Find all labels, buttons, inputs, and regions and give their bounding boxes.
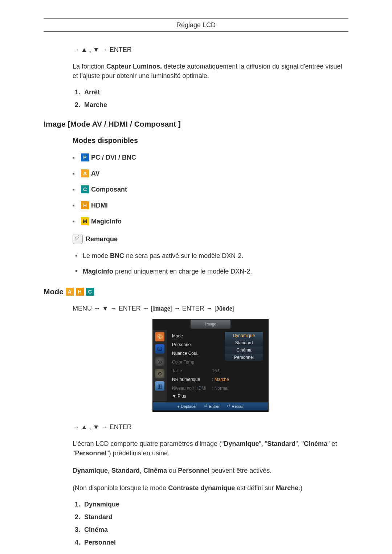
p3-post: .)	[298, 484, 302, 492]
footer-enter: ⏎ Entrer	[204, 404, 220, 409]
osd-sel-dynamique: Dynamique	[225, 332, 263, 339]
osd-panel: Image 🎨 🖵 ◎ ⚙ ▥ Mode Personnel Nuance Co…	[152, 319, 269, 412]
r2-b: MagicInfo	[83, 268, 113, 275]
footer-return: ↺ Retour	[227, 404, 244, 409]
p1-b1: Dynamique	[224, 440, 259, 447]
mp-s2: Mode	[216, 305, 232, 312]
r2-post: prend uniquement en charge le modèle DXN…	[113, 268, 252, 275]
remarque-row: Remarque	[73, 234, 348, 244]
osd-select-column: Dynamique Standard Cinéma Personnel	[225, 332, 263, 361]
osd-l-pers: Personnel	[172, 342, 212, 347]
section-image-title: Image [Mode AV / HDMI / Composant ]	[44, 120, 348, 128]
osd-body: 🎨 🖵 ◎ ⚙ ▥ Mode Personnel Nuance Coul. Co…	[152, 330, 269, 401]
p3-b2: Marche	[275, 484, 298, 492]
osd-footer: ♦ Déplacer ⏎ Entrer ↺ Retour	[153, 402, 268, 410]
osd-row-nr: NR numérique: Marche	[172, 376, 265, 383]
mode-magicinfo-label: MagicInfo	[91, 218, 122, 225]
section-mode-body: MENU → ▼ → ENTER → [Image] → ENTER → [Mo…	[73, 305, 348, 546]
osd-v-taille: 16:9	[212, 368, 220, 373]
monitor-icon: 🖵	[155, 344, 164, 354]
mp-p2: ] → ENTER → [	[170, 305, 216, 312]
mp-p3: ]	[232, 305, 234, 312]
section-mode-title: Mode	[44, 287, 64, 296]
p2-b4: Personnel	[178, 467, 209, 474]
osd-sel-cinema: Cinéma	[225, 346, 263, 354]
opt-marche: Marche	[82, 101, 348, 109]
p2-s3: ou	[167, 467, 178, 474]
osd-l-nuance: Nuance Coul.	[172, 351, 212, 356]
r1-b: BNC	[110, 252, 124, 259]
r1-pre: Le mode	[83, 252, 110, 259]
mode-pc-label: PC / DVI / BNC	[91, 154, 136, 161]
osd-title: Image	[191, 320, 230, 329]
page-header-title: Réglage LCD	[44, 21, 348, 29]
opt-personnel: Personnel	[82, 539, 348, 546]
p1-m1: ", "	[259, 440, 267, 447]
c-icon: C	[86, 288, 94, 296]
p2-b3: Cinéma	[143, 467, 167, 474]
header-rule	[44, 31, 348, 32]
opt-arret: Arrêt	[82, 89, 348, 96]
p3-b1: Contraste dynamique	[168, 484, 235, 492]
osd-sidebar: 🎨 🖵 ◎ ⚙ ▥	[152, 330, 167, 401]
osd-plus: ▼ Plus	[172, 394, 265, 399]
r1-post: ne sera pas activé sur le modèle DXN-2.	[124, 252, 243, 259]
footer-move-label: Déplacer	[181, 404, 197, 409]
opt-dynamique: Dynamique	[82, 501, 348, 508]
target-icon: ◎	[155, 357, 164, 366]
nav-sequence-2: → ▲ , ▼ → ENTER	[73, 423, 348, 431]
c-icon: C	[81, 185, 89, 193]
osd-wrap: Image 🎨 🖵 ◎ ⚙ ▥ Mode Personnel Nuance Co…	[73, 319, 348, 412]
opt-standard: Standard	[82, 513, 348, 521]
p3-pre: (Non disponible lorsque le mode	[73, 484, 168, 492]
h-icon: H	[81, 201, 89, 209]
gear-icon: ⚙	[155, 369, 164, 378]
osd-sel-standard: Standard	[225, 339, 263, 346]
bullet-icon	[73, 157, 74, 159]
opt-cinema: Cinéma	[82, 526, 348, 534]
osd-l-ct: Color Temp.	[172, 360, 212, 365]
p3-mid: est défini sur	[235, 484, 275, 492]
p2-s2: ,	[140, 467, 143, 474]
mode-hdmi-label: HDMI	[91, 202, 108, 209]
footer-return-label: Retour	[232, 404, 244, 409]
osd-v-nr: : Marche	[212, 377, 229, 382]
remarque-list: Le mode BNC ne sera pas activé sur le mo…	[73, 251, 348, 276]
osd-titlebar: Image	[152, 319, 269, 330]
mode-options: Dynamique Standard Cinéma Personnel	[73, 501, 348, 546]
capteur-paragraph: La fonction Capteur Luminos. détecte aut…	[73, 62, 348, 81]
capteur-bold: Capteur Luminos.	[106, 63, 162, 70]
m-icon: M	[81, 217, 89, 225]
remarque-label: Remarque	[86, 235, 118, 243]
bars-icon: ▥	[155, 381, 164, 391]
mode-comp: C Composant	[73, 185, 348, 193]
bullet-icon	[73, 221, 74, 222]
footer-move: ♦ Déplacer	[177, 404, 197, 409]
osd-l-nr: NR numérique	[172, 377, 212, 382]
mode-comp-label: Composant	[91, 186, 127, 193]
mode-av: A AV	[73, 169, 348, 177]
p2-s1: ,	[108, 467, 111, 474]
p2-b1: Dynamique	[73, 467, 108, 474]
mode-pc: P PC / DVI / BNC	[73, 153, 348, 161]
capteur-pre: La fonction	[73, 63, 106, 70]
modes-disponibles-title: Modes disponibles	[73, 136, 348, 145]
modes-list: P PC / DVI / BNC A AV C Composant H HDMI…	[73, 153, 348, 225]
mode-av-label: AV	[91, 170, 100, 177]
p1-b4: Personnel	[75, 450, 106, 457]
mp-s1: Image	[153, 305, 170, 312]
section-capteur: → ▲ , ▼ → ENTER La fonction Capteur Lumi…	[73, 46, 348, 109]
mp-p1: MENU → ▼ → ENTER → [	[73, 305, 153, 312]
page: Réglage LCD → ▲ , ▼ → ENTER La fonction …	[0, 0, 392, 554]
h-icon: H	[76, 288, 84, 296]
osd-row-niveau: Niveau noir HDMI: Normal	[172, 385, 265, 391]
section-image-body: Modes disponibles P PC / DVI / BNC A AV …	[73, 136, 348, 276]
osd-l-taille: Taille	[172, 368, 212, 373]
top-rule	[44, 18, 348, 19]
remarque-item-1: Le mode BNC ne sera pas activé sur le mo…	[73, 251, 348, 260]
mode-para-1: L'écran LCD comporte quatre paramètres d…	[73, 439, 348, 458]
palette-icon: 🎨	[155, 332, 164, 341]
p1-pre: L'écran LCD comporte quatre paramètres d…	[73, 440, 224, 447]
bullet-icon	[73, 205, 74, 206]
a-icon: A	[81, 169, 89, 177]
